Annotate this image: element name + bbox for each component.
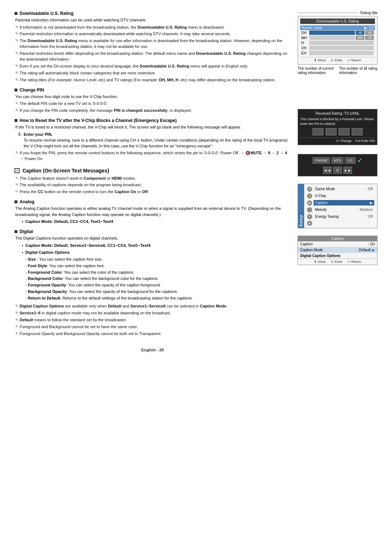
bottom-note-1: ✎ Digital Caption Options are available … — [15, 303, 290, 309]
caption-col-2: The number of all rating information — [339, 66, 377, 75]
h-label: H — [301, 41, 308, 45]
digital-bullet-1: • Caption Mode: Default, Service1~Servic… — [15, 243, 290, 249]
game-mode-item: Game Mode : Off — [314, 186, 374, 192]
caption-panel-group: Caption Caption : On Caption Mode : Defa… — [298, 236, 377, 265]
note-text-1: If information is not downloaded from th… — [20, 25, 225, 30]
bottom-note-icon-4: ✎ — [15, 325, 18, 329]
check-icon: ✓ — [357, 156, 363, 164]
pin-note-icon-1: ✎ — [15, 101, 18, 105]
note-text-4: Parental restriction levels differ depen… — [20, 51, 290, 62]
emergency-body: If the TV is tuned to a restricted chann… — [15, 124, 290, 130]
note-text-2: Parental restriction information is auto… — [20, 31, 231, 37]
digital-caption-options-label: Digital Caption Options — [298, 253, 377, 258]
emergency-note: ✎ If you forget the PIN, press the remot… — [15, 150, 290, 162]
bottom-note-5: ✎ Foreground Opacity and Background Opac… — [15, 331, 290, 337]
melody-label: Melody — [315, 208, 327, 212]
melody-item: Melody : Medium — [314, 207, 374, 212]
bottom-note-text-5: Foreground Opacity and Background Opacit… — [20, 331, 162, 337]
remote-panel: P.MODE MTS CC ✓ ◄◄ II ►► — [298, 154, 377, 176]
pin-note-text-1: The default PIN code for a new TV set is… — [20, 101, 108, 107]
change-pin-header: Change PIN — [15, 87, 290, 93]
caption-note-text-3: Press the CC button on the remote contro… — [20, 189, 149, 195]
digital-icon — [15, 230, 17, 233]
note-icon-6: ✎ — [15, 71, 18, 75]
downloadable-screen-group: Rating title Downloadable U.S. Rating Hu… — [298, 11, 377, 75]
note-text-7: The rating titles (For example: Humor Le… — [20, 77, 276, 83]
mh-blk-btn: Blk — [356, 36, 364, 40]
downloadable-screen-title: Downloadable U.S. Rating — [300, 19, 375, 24]
page-container: Downloadable U.S. Rating Parental restri… — [15, 11, 377, 352]
emergency-screen-body: This channel is blocked by a Parental Lo… — [300, 117, 375, 126]
emergency-footer: ⊙ Change 0-9 Enter PIN — [300, 138, 375, 143]
bottom-note-text-3: Default means to follow the standard set… — [20, 317, 127, 323]
emergency-note-icon: ✎ — [15, 151, 18, 155]
remote-top-row: P.MODE MTS CC ✓ — [313, 156, 363, 164]
vh-label: VH — [301, 46, 308, 50]
note-1: ✎ If information is not downloaded from … — [15, 25, 290, 30]
caption-panel: Caption Caption : On Caption Mode : Defa… — [298, 236, 377, 265]
footer-move: ⬆ Move — [314, 58, 326, 62]
change-pin-icon — [15, 89, 17, 91]
caption-panel-title: Caption — [298, 236, 377, 241]
menu-icon-row-3: ▶ Caption ▶ — [306, 199, 376, 206]
eh-label: EH — [301, 51, 308, 55]
emergency-icon — [15, 119, 17, 122]
digital-bullet-text-1: Caption Mode: Default, Service1~Service6… — [25, 243, 151, 249]
mh-label: MH — [301, 36, 308, 40]
note-text-3: The Downloadable U.S. Rating menu is ava… — [20, 38, 290, 50]
energy-saving-value: : Off — [366, 215, 373, 219]
h-row: H — [300, 40, 375, 45]
section-icon — [15, 12, 17, 15]
analog-title: Analog — [20, 199, 34, 204]
caption-note-icon-1: ✎ — [15, 176, 18, 180]
dh-bars: All All — [309, 30, 374, 35]
ffwd-btn: ►► — [343, 167, 352, 174]
rating-title-label: Rating title — [360, 11, 377, 15]
right-panel: Rating title Downloadable U.S. Rating Hu… — [298, 11, 377, 352]
mts-btn: MTS — [331, 157, 343, 164]
downloadable-tv-screen: Downloadable U.S. Rating Humor Level ▶ 1… — [298, 16, 377, 65]
humor-value: 1/2 — [369, 26, 374, 30]
dh-row: DH All All — [300, 30, 375, 35]
caption-footer-enter: ⊙ Enter — [331, 260, 342, 264]
caption-mode-value: : Default ▶ — [357, 248, 375, 252]
caption-note-icon-2: ✎ — [15, 183, 18, 187]
change-pin-body: You can choose four-digit code to use th… — [15, 94, 290, 100]
sub-bullet-6: - Background Opacity: You can select the… — [15, 289, 290, 295]
note-6: ✎ The rating will automatically block ce… — [15, 70, 290, 76]
bottom-note-icon-5: ✎ — [15, 331, 18, 335]
pin-note-text-2: If you change the PIN code completely, t… — [20, 108, 192, 114]
caption-menu-value: ▶ — [370, 201, 373, 205]
caption-note-3: ↵ Press the CC button on the remote cont… — [15, 189, 290, 195]
footer-enter: ⊙ Enter — [331, 58, 342, 62]
menu-icon-row-1: ⚙ Game Mode : Off — [306, 186, 376, 192]
remote-arrows: ◄◄ II ►► — [323, 167, 352, 174]
note-icon-3: ✎ — [15, 38, 18, 42]
game-mode-label: Game Mode — [315, 187, 335, 191]
humor-arrow: ▶ — [364, 26, 367, 30]
caption-footer-move: ⬆ Move — [314, 260, 326, 264]
note-5: ✎ Even if you set the On-screen display … — [15, 64, 290, 69]
h-bar-cell — [309, 41, 374, 45]
eh-row: EH — [300, 50, 375, 56]
sub-bullet-3: - Foreground Color: You can select the c… — [15, 270, 290, 276]
caption-note-text-1: The Caption feature doesn't work in Comp… — [20, 176, 136, 182]
caption-item: Caption ▶ — [314, 200, 374, 205]
note-7: ✎ The rating titles (For example: Humor … — [15, 77, 290, 83]
sub-bullet-5: - Foreground Opacity: You can select the… — [15, 282, 290, 288]
digital-title: Digital — [20, 229, 33, 234]
sub-bullet-4: - Background Color: You can select the b… — [15, 276, 290, 282]
emergency-header: How to Reset the TV after the V-Chip Blo… — [15, 118, 290, 123]
footer-return: ↩ Return — [348, 58, 362, 62]
digital-header: Digital — [15, 229, 290, 234]
pin-box-3 — [339, 128, 350, 135]
eh-bar — [309, 51, 374, 55]
digital-bullet-2: • Digital Caption Options — [15, 250, 290, 256]
dh-all-btn: All — [356, 30, 364, 35]
digital-bullet-dot-1: • — [22, 243, 23, 249]
downloadable-screen-footer: ⬆ Move ⊙ Enter ↩ Return — [300, 57, 375, 62]
note-text-5: Even if you set the On-screen display to… — [20, 64, 248, 69]
menu-items: ⚙ Game Mode : Off 🔒 V-Chip — [304, 184, 377, 228]
caption-on-label: Caption — [300, 242, 313, 246]
note-4: ✎ Parental restriction levels differ dep… — [15, 51, 290, 62]
